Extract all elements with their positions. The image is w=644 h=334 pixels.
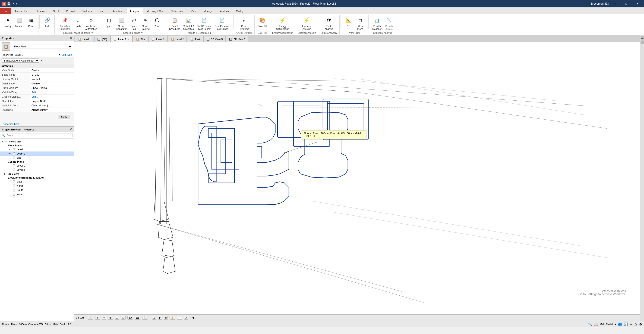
browser-search-input[interactable] xyxy=(6,133,72,137)
view-tab-3dview6[interactable]: 🔲 3D View 6 xyxy=(226,36,248,42)
space-naming-btn[interactable]: ✏ SpaceNaming xyxy=(140,16,150,31)
walkthrough-btn[interactable]: 🚶 xyxy=(142,316,148,320)
panel-schedules-btn[interactable]: 📋 PanelSchedules xyxy=(168,16,181,31)
prop-value-detail-level[interactable] xyxy=(30,81,74,86)
properties-close-btn[interactable]: ✕ xyxy=(70,36,72,40)
view-tab-level1b[interactable]: 📋 Level 1 xyxy=(148,36,167,42)
tab-addins[interactable]: Add-Ins xyxy=(216,8,232,14)
view-tab-3d[interactable]: 🔲 (3D) xyxy=(94,36,110,42)
prop-value-visibility[interactable]: Edit... xyxy=(30,90,74,94)
apply-btn[interactable]: Apply xyxy=(58,115,70,119)
prop-value-graphic-display[interactable]: Edit... xyxy=(30,95,74,99)
prop-value-parts-visibility[interactable]: Show Original xyxy=(30,86,74,90)
shadows-btn[interactable]: ◑ xyxy=(108,316,113,320)
camera-btn[interactable]: 📷 xyxy=(135,316,140,320)
modify-btn[interactable]: ✦ Modify xyxy=(3,16,13,28)
member-btn[interactable]: ⬜ Member xyxy=(14,16,25,28)
tree-item-views-all[interactable]: ▼ 👁 Views (all) xyxy=(0,140,74,144)
prop-value-view-scale[interactable]: Custom xyxy=(30,68,74,72)
tab-steel[interactable]: Steel xyxy=(50,8,62,14)
3d-view-btn[interactable]: 3D xyxy=(128,316,133,320)
visual-style-btn[interactable]: ◻ xyxy=(152,316,156,320)
hide-crop-btn[interactable]: ◻ xyxy=(121,316,126,320)
tree-item-south[interactable]: ····· 📋 South xyxy=(0,188,74,192)
properties-help-link[interactable]: Properties help xyxy=(0,122,74,126)
results-explorer-btn[interactable]: 🔍 ResultsExplorer xyxy=(384,16,394,31)
render-btn[interactable]: ▶ xyxy=(158,316,162,320)
sun-path-btn[interactable]: ☀ xyxy=(102,316,106,320)
edit-type-btn[interactable]: Edit Type xyxy=(62,53,72,56)
loads-btn[interactable]: ↓ Loads xyxy=(73,16,83,28)
nav-wheel-btn[interactable]: ⊙ xyxy=(184,316,188,320)
browser-close-btn[interactable]: ✕ xyxy=(70,128,72,131)
tree-item-ceiling-plans[interactable]: — Ceiling Plans xyxy=(0,160,74,164)
space-separator-btn[interactable]: ⬜ SpaceSeparator xyxy=(116,16,128,31)
status-sync-icon[interactable]: 🔄 xyxy=(624,323,628,326)
view-tab-3dview5[interactable]: 🔲 3D View 5 xyxy=(204,36,226,42)
tree-item-elevations[interactable]: — Elevations (Building Elevation) xyxy=(0,176,74,179)
reveal-hidden-btn[interactable]: 💡 xyxy=(170,316,175,320)
tree-item-west[interactable]: ····· 📋 West xyxy=(0,192,74,196)
rs-btn-2[interactable]: ▼ xyxy=(640,40,644,44)
prop-value-scale-value[interactable]: 1 : 100 xyxy=(30,73,74,77)
tab-modify[interactable]: Modify xyxy=(232,8,247,14)
status-book-icon[interactable]: 📖 xyxy=(594,323,598,326)
boundary-conditions-btn[interactable]: 📌 BoundaryConditions xyxy=(58,16,71,31)
tab-architecture[interactable]: Architecture xyxy=(11,8,32,14)
view-tab-level2[interactable]: 📋 Level 2 ✕ xyxy=(110,36,132,42)
route-analysis-btn[interactable]: 🗺 RouteAnalysis xyxy=(324,16,334,31)
tab-level2-close[interactable]: ✕ xyxy=(128,38,130,40)
tab-file[interactable]: File xyxy=(0,8,11,14)
tree-item-level2-cp[interactable]: ····· 📋 Level 2 xyxy=(0,168,74,172)
model-dropdown-icon[interactable]: ▾ xyxy=(40,59,42,62)
tab-structure[interactable]: Structure xyxy=(32,8,49,14)
tab-view[interactable]: View xyxy=(188,8,200,14)
status-settings-icon[interactable]: ⚙ xyxy=(639,323,642,326)
view-tab-site[interactable]: 📋 Site xyxy=(133,36,148,42)
view-tab-level2b[interactable]: 📋 Level 2 xyxy=(168,36,187,42)
tab-analyze[interactable]: Analyze xyxy=(126,8,143,14)
view-tab-east[interactable]: 📋 East xyxy=(187,36,203,42)
tree-item-floor-plans[interactable]: — Floor Plans xyxy=(0,144,74,147)
tree-item-level1-fp[interactable]: ····· 📋 Level 1 xyxy=(0,147,74,152)
set-workplane-btn[interactable]: 📐 Set xyxy=(344,16,354,28)
crop-region-btn[interactable]: ⬡ xyxy=(115,316,119,320)
space-tag-btn[interactable]: 🏷 SpaceTag xyxy=(129,16,139,31)
thin-lines-btn[interactable]: — xyxy=(177,316,182,320)
zone-btn[interactable]: ⬡ Zone xyxy=(152,16,162,28)
type-selector[interactable]: Floor Plan xyxy=(12,44,72,49)
duct-pressure-btn[interactable]: 📄 Duct PressureLoss Report xyxy=(196,16,212,31)
undo-icon[interactable]: ↩ xyxy=(11,2,14,5)
tree-item-level2-fp[interactable]: ····· 📋 Level 2 xyxy=(0,152,74,156)
model-selector[interactable]: Structural Analytical Model Full Analyti… xyxy=(2,58,39,63)
tab-collaborate[interactable]: Collaborate xyxy=(167,8,187,14)
tree-item-east[interactable]: ····· 📋 East xyxy=(0,179,74,184)
view-tab-level1[interactable]: 📋 Level 1 xyxy=(75,36,94,42)
status-warning-icon[interactable]: ⚠ xyxy=(634,323,637,326)
schedule-quantities-btn[interactable]: 📊 Schedule/Quantities xyxy=(182,16,194,31)
space-btn[interactable]: ◻ Space xyxy=(104,16,114,28)
status-collab-icon[interactable]: 👥 xyxy=(618,323,622,326)
tab-insert[interactable]: Insert xyxy=(96,8,109,14)
tab-annotate[interactable]: Annotate xyxy=(109,8,126,14)
pipe-pressure-btn[interactable]: 📄 Pipe PressureLoss Report xyxy=(214,16,230,31)
save-icon[interactable]: 💾 xyxy=(7,2,11,5)
tree-item-3d-views[interactable]: ▶ 3D Views xyxy=(0,172,74,176)
color-fill-btn[interactable]: 🎨 Color Fill xyxy=(257,16,268,28)
tab-precast[interactable]: Precast xyxy=(62,8,78,14)
view-type-floor-btn[interactable]: ⬜ xyxy=(88,316,93,320)
tree-item-site-fp[interactable]: ····· 📋 Site xyxy=(0,156,74,160)
energy-optimization-btn[interactable]: ⚡ EnergyOptimization xyxy=(276,16,290,31)
close-btn[interactable]: ✕ xyxy=(633,0,642,7)
prop-value-display-model[interactable]: Normal xyxy=(30,77,74,81)
dropdown-icon[interactable]: ▾ xyxy=(59,53,60,56)
prop-value-orientation[interactable]: Project North xyxy=(30,99,74,103)
tree-item-north[interactable]: ····· 📋 North xyxy=(0,184,74,188)
status-filter-icon[interactable]: 🔍 xyxy=(588,323,592,326)
results-manager-btn[interactable]: 📊 ResultsManager xyxy=(371,16,382,31)
view-properties-btn[interactable]: ⚙ xyxy=(95,316,100,320)
status-edit-icon[interactable]: ✏ xyxy=(630,323,632,326)
maximize-btn[interactable]: □ xyxy=(622,0,631,7)
status-model-dropdown[interactable]: ▾ xyxy=(615,323,616,326)
detail-level-btn[interactable]: ≡ xyxy=(164,316,168,320)
